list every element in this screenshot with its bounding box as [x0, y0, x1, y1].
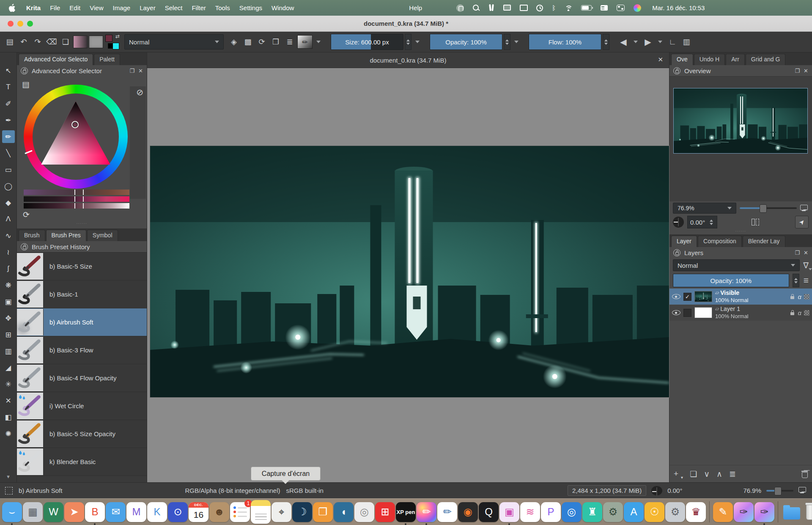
enclose-fill-tool[interactable]: ✺ [2, 427, 15, 440]
status-zoom-slider[interactable] [766, 490, 793, 492]
duplicate-layer-button[interactable]: ❏ [690, 469, 697, 479]
lock-icon[interactable] [673, 249, 680, 256]
bezier-curve-tool[interactable]: ∿ [2, 229, 15, 242]
toolbox-more-icon[interactable]: ▾ [7, 473, 10, 480]
control-center-icon[interactable] [617, 5, 625, 11]
freehand-path-tool[interactable]: ≀ [2, 246, 15, 258]
menu-file[interactable]: File [45, 4, 65, 11]
tab-composition[interactable]: Composition [698, 236, 742, 247]
dock-solitaire[interactable]: ♛ [686, 502, 706, 522]
selection-mode-icon[interactable] [5, 487, 13, 495]
layer-row[interactable]: ✓▱Visible100% Normalα [669, 289, 812, 305]
mirror-vertical-icon[interactable]: ▶ [642, 34, 654, 49]
shade-strip-2[interactable] [24, 196, 129, 202]
save-icon[interactable]: ▤ [3, 34, 16, 49]
zoom-slider[interactable] [740, 207, 797, 209]
redo-icon[interactable]: ↷ [31, 34, 44, 49]
zoom-window-button[interactable] [27, 21, 33, 27]
no-color-icon[interactable]: ⊘ [136, 87, 143, 97]
canvas-view[interactable] [147, 68, 669, 482]
tab-advanced-color-selecto[interactable]: Advanced Color Selecto [19, 54, 93, 65]
search-icon[interactable] [473, 5, 480, 11]
time-machine-icon[interactable] [536, 5, 543, 11]
mirror-h-options-icon[interactable] [634, 41, 638, 43]
brush-size-spinner[interactable] [405, 34, 411, 50]
siri-icon[interactable] [634, 4, 641, 12]
dock-calendar[interactable]: DÉC.16 [189, 502, 208, 522]
menubar-clock[interactable]: Mar. 16 déc. 10:53 [652, 4, 705, 11]
dock-pink-display-app[interactable]: ▣ [499, 502, 519, 522]
text-tool[interactable]: T [2, 81, 15, 93]
edit-brush-settings-button[interactable]: ✏ [297, 35, 313, 49]
opacity-slider[interactable]: Opacity: 100% [430, 34, 502, 50]
brush-preset-item[interactable]: b) Airbrush Soft [17, 308, 147, 336]
layer-properties-button[interactable]: ≣ [729, 469, 736, 479]
fg-bg-color-widget[interactable]: ⇄ [104, 34, 121, 49]
detach-canvas-icon[interactable]: ❐ [269, 34, 282, 49]
dock-keys-app[interactable]: K [147, 502, 167, 522]
add-layer-options-icon[interactable]: ▾ [681, 475, 683, 482]
lock-icon[interactable] [21, 67, 28, 74]
selector-side-strip[interactable] [130, 86, 146, 199]
smart-patch-tool[interactable]: ✳ [2, 378, 15, 390]
delete-icon[interactable]: ⌫ [45, 34, 58, 49]
parallels-icon[interactable] [456, 4, 464, 12]
overview-thumbnail[interactable] [674, 88, 807, 153]
menu-window[interactable]: Window [267, 4, 299, 11]
dock-app-store[interactable]: A [624, 502, 644, 522]
snap-icon[interactable]: ∟ [666, 34, 679, 49]
zoom-level-dropdown[interactable]: 76.9% [673, 203, 736, 214]
multibrush-tool[interactable]: ❋ [2, 279, 15, 291]
layer-alpha-inherit-icon[interactable] [804, 310, 809, 316]
menu-select[interactable]: Select [160, 4, 187, 11]
swap-colors-icon[interactable]: ⇄ [115, 33, 120, 39]
eraser-mode-icon[interactable]: ◈ [228, 34, 240, 49]
menu-edit[interactable]: Edit [65, 4, 85, 11]
menu-krita[interactable]: Krita [22, 4, 45, 11]
tab-brush-pres[interactable]: Brush Pres [46, 230, 86, 241]
status-rotation-dial-icon[interactable] [651, 486, 662, 495]
fill-tool[interactable]: ◧ [2, 411, 15, 423]
dock-downloads-folder[interactable] [782, 502, 801, 522]
lock-icon[interactable] [21, 243, 28, 250]
mirror-view-icon[interactable] [751, 218, 760, 226]
tab-ove[interactable]: Ove [671, 54, 693, 65]
dock-p-purple-app[interactable]: P [541, 502, 561, 522]
layer-checkbox[interactable] [683, 309, 691, 317]
rectangle-tool[interactable]: ▭ [2, 163, 15, 176]
window-bar-icon[interactable] [601, 5, 608, 11]
size-options-icon[interactable] [415, 41, 420, 43]
keychain-icon[interactable] [488, 4, 494, 11]
brush-preset-item[interactable]: b) Basic-5 Size Opacity [17, 420, 147, 448]
apple-logo-icon[interactable] [8, 4, 16, 12]
dock-launchpad[interactable]: ▦ [23, 502, 43, 522]
layer-blending-dropdown[interactable]: Normal [673, 259, 800, 271]
transform-pointer-tool[interactable]: ↖ [2, 64, 15, 77]
dock-c-blue-app[interactable]: ◖ [334, 502, 354, 522]
brush-preset-item[interactable]: b) Basic-5 Size [17, 253, 147, 280]
freehand-brush-tool[interactable]: ✏ [2, 130, 15, 143]
dock-proton-mail[interactable]: M [126, 502, 146, 522]
close-docker-icon[interactable]: ✕ [804, 68, 808, 74]
overview-docker[interactable] [669, 76, 812, 201]
dock-freeform-paint-2[interactable]: ✑ [754, 502, 774, 522]
dock-books[interactable]: ❐ [313, 502, 333, 522]
dock-paint-circle-app[interactable]: ✏ [437, 502, 457, 522]
brush-preset-item[interactable]: b) Basic-4 Flow Opacity [17, 364, 147, 392]
dock-finder[interactable]: ⌣ [2, 502, 22, 522]
dock-blue-swirl-app[interactable]: ◎ [562, 502, 582, 522]
dock-robot-lock-app[interactable]: ⚙ [603, 502, 623, 522]
move-layer-up-button[interactable]: ∧ [716, 469, 722, 479]
dock-green-w-app[interactable]: W [44, 502, 63, 522]
layer-lock-icon[interactable] [790, 294, 795, 299]
close-docker-icon[interactable]: ✕ [804, 250, 808, 256]
move-tool[interactable]: ✥ [2, 312, 15, 324]
choose-workspace-icon[interactable]: ▥ [680, 34, 693, 49]
brush-preset-item[interactable]: i) Wet Circle [17, 392, 147, 420]
status-zoom-value[interactable]: 76.9% [743, 487, 761, 494]
move-layer-down-button[interactable]: ∨ [704, 469, 710, 479]
layer-opacity-slider[interactable]: Opacity: 100% [673, 274, 789, 287]
dock-q-black-app[interactable]: Q [479, 502, 499, 522]
dock-notes[interactable] [251, 500, 271, 524]
artwork-image[interactable] [150, 146, 669, 397]
